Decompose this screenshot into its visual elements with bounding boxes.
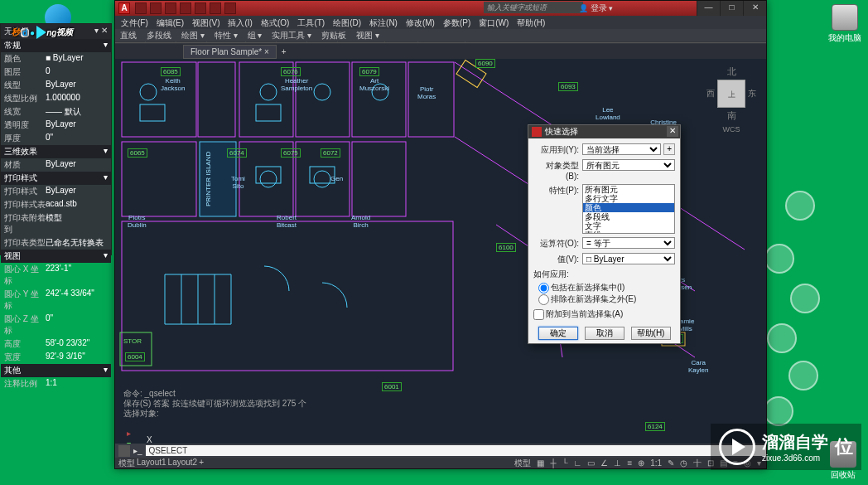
listbox-item[interactable]: 所有图元 — [583, 185, 674, 194]
menu-insert[interactable]: 插入(I) — [224, 17, 256, 29]
property-row[interactable]: 打印样式表acad.stb — [1, 198, 111, 211]
signin-link[interactable]: 👤 登录 ▾ — [579, 2, 613, 14]
command-prompt-icon[interactable] — [118, 445, 130, 457]
menu-format[interactable]: 格式(O) — [257, 17, 293, 29]
property-row[interactable]: 颜色■ ByLayer — [1, 52, 111, 65]
status-toggle[interactable]: ≡ — [625, 458, 634, 468]
command-line[interactable]: ▸_ — [115, 444, 766, 458]
menu-tools[interactable]: 工具(T) — [293, 17, 329, 29]
object-type-select[interactable]: 所有图元 — [582, 159, 675, 171]
menu-parametric[interactable]: 参数(P) — [439, 17, 475, 29]
menubar[interactable]: 文件(F) 编辑(E) 视图(V) 插入(I) 格式(O) 工具(T) 绘图(D… — [115, 16, 766, 30]
help-button[interactable]: 帮助(H) — [631, 327, 671, 340]
property-row[interactable]: 圆心 X 坐标223'-1" — [1, 263, 111, 288]
listbox-item[interactable]: 多段线 — [583, 212, 674, 221]
status-toggle[interactable]: ⊥ — [612, 458, 623, 468]
menu-dimension[interactable]: 标注(N) — [365, 17, 402, 29]
menu-view[interactable]: 视图(V) — [188, 17, 224, 29]
minimize-button[interactable]: — — [697, 1, 720, 16]
property-row[interactable]: 高度58'-0 23/32" — [1, 337, 111, 351]
close-tab-icon[interactable]: × — [264, 47, 269, 56]
cancel-button[interactable]: 取消 — [585, 327, 624, 340]
status-toggle[interactable]: ✎ — [666, 458, 676, 468]
ribbon-group[interactable]: 特性 ▾ — [210, 30, 243, 41]
status-toggle[interactable]: ⊕ — [636, 458, 646, 468]
group-plot[interactable]: 打印样式 — [4, 172, 37, 184]
status-toggle[interactable]: ∠ — [599, 458, 610, 468]
group-general[interactable]: 常规 — [4, 40, 21, 51]
group-view[interactable]: 视图 — [4, 250, 21, 262]
properties-listbox[interactable]: 所有图元多行文字颜色多段线文字直线填充透明度超链接 — [582, 184, 675, 234]
layout-tab-add[interactable]: + — [199, 458, 204, 469]
document-tab[interactable]: Floor Plan Sample* × — [183, 45, 277, 59]
menu-help[interactable]: 帮助(H) — [513, 17, 549, 29]
close-button[interactable]: ✕ — [743, 1, 766, 16]
property-row[interactable]: 圆心 Z 坐标0" — [1, 313, 111, 337]
listbox-item[interactable]: 多行文字 — [583, 194, 674, 203]
property-row[interactable]: 线型ByLayer — [1, 79, 111, 92]
menu-edit[interactable]: 编辑(E) — [152, 17, 188, 29]
property-row[interactable]: 材质ByLayer — [1, 158, 111, 172]
status-toggle[interactable]: └ — [561, 458, 570, 468]
titlebar[interactable]: A 输入关键字或短语 👤 登录 ▾ — □ ✕ — [115, 1, 766, 16]
status-toggle[interactable]: ∟ — [572, 458, 584, 468]
compass-wcs[interactable]: WCS — [706, 125, 756, 133]
property-row[interactable]: 打印表附着到模型 — [1, 211, 111, 236]
ribbon-group[interactable]: 实用工具 ▾ — [267, 30, 316, 41]
status-toggle[interactable]: ┼ — [548, 458, 557, 468]
property-row[interactable]: 宽度92'-9 3/16" — [1, 351, 111, 364]
status-toggle[interactable]: 十 — [692, 458, 703, 469]
group-misc[interactable]: 其他 — [4, 365, 21, 376]
properties-palette[interactable]: 无选择▾ ✕ 常规▾ 颜色■ ByLayer图层0线型ByLayer线型比例1.… — [0, 23, 112, 255]
maximize-button[interactable]: □ — [720, 1, 743, 16]
layout-tab[interactable]: Layout1 — [137, 458, 166, 469]
layout-tab[interactable]: Layout2 — [168, 458, 198, 469]
property-row[interactable]: 透明度ByLayer — [1, 119, 111, 132]
dialog-titlebar[interactable]: 快速选择 ✕ — [528, 125, 680, 138]
command-input[interactable] — [146, 445, 766, 456]
menu-file[interactable]: 文件(F) — [117, 17, 152, 29]
apply-to-select[interactable]: 当前选择 — [582, 143, 661, 155]
value-select[interactable]: □ ByLayer — [582, 253, 675, 264]
ribbon-group[interactable]: 直线 — [115, 30, 142, 41]
status-toggle[interactable]: ▦ — [535, 458, 546, 468]
status-toggle[interactable]: 模型 — [513, 458, 533, 469]
property-row[interactable]: 图层0 — [1, 65, 111, 79]
property-row[interactable]: 注释比例1:1 — [1, 377, 111, 390]
ribbon-group[interactable]: 多段线 — [142, 30, 176, 41]
status-toggle[interactable]: 1:1 — [649, 458, 663, 468]
property-row[interactable]: 打印样式ByLayer — [1, 185, 111, 198]
status-bar[interactable]: 模型 Layout1 Layout2 + 模型▦┼└∟▭∠⊥≡⊕1:1✎◷十⊡▤… — [115, 458, 766, 468]
ok-button[interactable]: 确定 — [538, 327, 578, 340]
help-search-input[interactable]: 输入关键字或短语 — [484, 2, 583, 13]
menu-draw[interactable]: 绘图(D) — [329, 17, 365, 29]
append-checkbox[interactable] — [533, 309, 544, 320]
property-row[interactable]: 打印表类型已命名无转换表 — [1, 236, 111, 250]
exclude-radio[interactable] — [538, 294, 549, 305]
layout-tab-model[interactable]: 模型 — [118, 458, 135, 469]
listbox-item[interactable]: 文字 — [583, 221, 674, 230]
status-toggle[interactable]: ▭ — [586, 458, 596, 468]
quick-access-toolbar[interactable] — [135, 2, 236, 14]
select-objects-button[interactable]: + — [663, 143, 675, 155]
viewcube[interactable]: 北 西 上 东 南 WCS — [706, 65, 756, 124]
ribbon-group[interactable]: 剪贴板 — [316, 30, 351, 41]
menu-window[interactable]: 窗口(W) — [475, 17, 513, 29]
include-radio[interactable] — [538, 283, 549, 293]
property-row[interactable]: 圆心 Y 坐标242'-4 33/64" — [1, 288, 111, 313]
property-row[interactable]: 厚度0" — [1, 132, 111, 145]
listbox-item[interactable]: 直线 — [583, 230, 674, 234]
operator-select[interactable]: = 等于 — [582, 237, 675, 249]
my-computer-shortcut[interactable]: 我的电脑 — [828, 4, 861, 44]
property-row[interactable]: 线型比例1.000000 — [1, 92, 111, 105]
document-tabs[interactable]: Floor Plan Sample* × + — [115, 44, 766, 59]
ribbon-group[interactable]: 绘图 ▾ — [176, 30, 210, 41]
property-row[interactable]: 线宽—— 默认 — [1, 105, 111, 119]
group-3d[interactable]: 三维效果 — [4, 146, 37, 158]
ribbon-group[interactable]: 组 ▾ — [243, 30, 268, 41]
listbox-item[interactable]: 颜色 — [583, 203, 674, 212]
ribbon-group[interactable]: 视图 ▾ — [351, 30, 384, 41]
status-toggle[interactable]: ◷ — [678, 458, 689, 468]
viewcube-top[interactable]: 上 — [717, 80, 745, 108]
new-tab-button[interactable]: + — [282, 47, 287, 56]
